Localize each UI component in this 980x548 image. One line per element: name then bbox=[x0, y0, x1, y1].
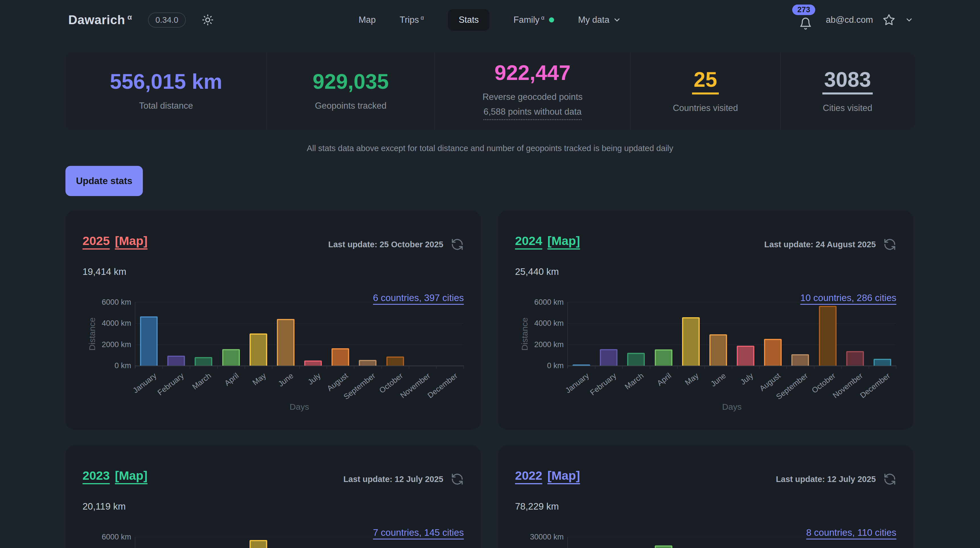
last-update-group: Last update: 25 October 2025 bbox=[328, 238, 464, 251]
nav-item-stats[interactable]: Stats bbox=[448, 9, 490, 31]
x-tick-label: August bbox=[326, 371, 350, 393]
x-tick-label: December bbox=[426, 371, 459, 400]
x-tick-label: April bbox=[223, 371, 240, 388]
year-card-2025: 2025[Map]Last update: 25 October 202519,… bbox=[65, 211, 481, 430]
gridline bbox=[568, 537, 896, 537]
x-tick-mark bbox=[595, 365, 595, 369]
countries-cities-link[interactable]: 10 countries, 286 cities bbox=[800, 292, 896, 303]
stat-card-countries-visited: 25Countries visited bbox=[630, 52, 780, 129]
x-tick-label: December bbox=[859, 371, 892, 400]
x-tick-mark bbox=[272, 365, 272, 369]
bell-icon bbox=[799, 17, 812, 30]
version-badge: 0.34.0 bbox=[148, 13, 186, 28]
stat-label: Countries visited bbox=[673, 103, 738, 113]
bar-february bbox=[600, 349, 617, 365]
nav-item-trips[interactable]: Tripsα bbox=[400, 15, 424, 25]
x-tick-mark bbox=[354, 365, 354, 369]
bar-april bbox=[655, 349, 672, 365]
last-update-text: Last update: 24 August 2025 bbox=[764, 240, 876, 249]
x-tick-label: January bbox=[564, 371, 591, 395]
x-tick-mark bbox=[463, 365, 464, 369]
last-update-text: Last update: 25 October 2025 bbox=[328, 240, 443, 249]
navbar-menu: Map Tripsα Stats Familyα My data bbox=[358, 0, 621, 40]
app-title[interactable]: Dawarichα bbox=[68, 13, 132, 27]
stats-summary-row: 556,015 kmTotal distance929,035Geopoints… bbox=[65, 52, 915, 129]
x-tick-mark bbox=[162, 365, 163, 369]
year-map-link-2025[interactable]: [Map] bbox=[115, 234, 148, 248]
x-tick-label: August bbox=[758, 371, 782, 393]
stat-label: Reverse geocoded points bbox=[483, 92, 583, 102]
x-tick-mark bbox=[409, 365, 409, 369]
update-stats-button[interactable]: Update stats bbox=[65, 166, 143, 196]
countries-cities-link[interactable]: 7 countries, 145 cities bbox=[373, 527, 464, 538]
theme-toggle-sun-icon[interactable] bbox=[202, 14, 214, 26]
y-tick-label: 2000 km bbox=[498, 340, 564, 349]
stat-card-total-distance: 556,015 kmTotal distance bbox=[65, 52, 267, 129]
year-link-2022[interactable]: 2022 bbox=[515, 469, 542, 482]
star-icon[interactable] bbox=[883, 14, 895, 26]
refresh-icon[interactable] bbox=[451, 473, 464, 486]
bar-march bbox=[195, 357, 212, 365]
gridline bbox=[135, 345, 463, 345]
countries-cities-link[interactable]: 8 countries, 110 cities bbox=[806, 527, 896, 538]
x-tick-label: November bbox=[399, 371, 432, 400]
nav-item-family[interactable]: Familyα bbox=[514, 15, 554, 25]
stat-card-cities-visited: 3083Cities visited bbox=[780, 52, 915, 129]
refresh-icon[interactable] bbox=[451, 238, 464, 251]
gridline bbox=[568, 345, 896, 345]
x-tick-mark bbox=[650, 365, 650, 369]
year-map-link-2024[interactable]: [Map] bbox=[547, 234, 580, 248]
nav-item-my-data[interactable]: My data bbox=[578, 15, 621, 25]
bar-july bbox=[304, 361, 322, 365]
year-map-link-2023[interactable]: [Map] bbox=[115, 469, 148, 482]
stat-card-geopoints-tracked: 929,035Geopoints tracked bbox=[267, 52, 434, 129]
x-tick-mark bbox=[677, 365, 678, 369]
account-chevron-down-icon[interactable] bbox=[905, 16, 913, 24]
y-tick-label: 4000 km bbox=[498, 319, 564, 328]
bar-july bbox=[737, 346, 754, 365]
account-email[interactable]: ab@cd.com bbox=[826, 15, 873, 25]
x-tick-mark bbox=[217, 365, 218, 369]
bar-january bbox=[140, 316, 158, 365]
x-tick-mark bbox=[245, 365, 245, 369]
x-tick-mark bbox=[814, 365, 815, 369]
x-tick-mark bbox=[705, 365, 705, 369]
year-distance: 19,414 km bbox=[83, 266, 126, 277]
last-update-group: Last update: 12 July 2025 bbox=[344, 473, 464, 486]
refresh-icon[interactable] bbox=[883, 473, 896, 486]
x-tick-mark bbox=[135, 365, 135, 369]
y-tick-label: 0 km bbox=[498, 361, 564, 370]
points-without-data-link[interactable]: 6,588 points without data bbox=[484, 107, 582, 120]
stat-card-reverse-geocoded-points: 922,447Reverse geocoded points6,588 poin… bbox=[434, 52, 630, 129]
year-map-link-2022[interactable]: [Map] bbox=[547, 469, 580, 482]
stat-value: 3083 bbox=[822, 69, 873, 94]
gridline bbox=[135, 323, 463, 324]
x-axis-title: Days bbox=[290, 402, 309, 412]
year-link-2025[interactable]: 2025 bbox=[83, 234, 110, 248]
bar-september bbox=[791, 354, 809, 365]
y-axis-title: Distance bbox=[520, 317, 530, 351]
x-tick-mark bbox=[786, 365, 787, 369]
year-link-2023[interactable]: 2023 bbox=[83, 469, 110, 482]
x-tick-mark bbox=[568, 365, 568, 369]
y-tick-label: 4000 km bbox=[65, 319, 131, 328]
x-axis-title: Days bbox=[722, 402, 741, 412]
bar-april bbox=[655, 545, 672, 548]
x-tick-label: February bbox=[156, 371, 186, 397]
y-axis-line bbox=[567, 537, 568, 548]
bar-march bbox=[627, 353, 645, 365]
year-card-2023: 2023[Map]Last update: 12 July 202520,119… bbox=[65, 445, 481, 548]
countries-cities-link[interactable]: 6 countries, 397 cities bbox=[373, 292, 464, 303]
y-tick-label: 2000 km bbox=[65, 340, 131, 349]
y-tick-label: 6000 km bbox=[498, 298, 564, 307]
bar-june bbox=[710, 334, 727, 365]
nav-item-map[interactable]: Map bbox=[358, 15, 375, 25]
alpha-superscript: α bbox=[127, 13, 132, 21]
notifications-button[interactable]: 273 bbox=[799, 17, 812, 30]
dawarich-stats-page: { "nav": { "brand": "Dawarich", "alpha":… bbox=[0, 0, 980, 548]
year-link-2024[interactable]: 2024 bbox=[515, 234, 542, 248]
bar-november bbox=[846, 351, 864, 365]
bar-may bbox=[250, 540, 267, 548]
refresh-icon[interactable] bbox=[883, 238, 896, 251]
family-online-dot bbox=[549, 17, 554, 22]
